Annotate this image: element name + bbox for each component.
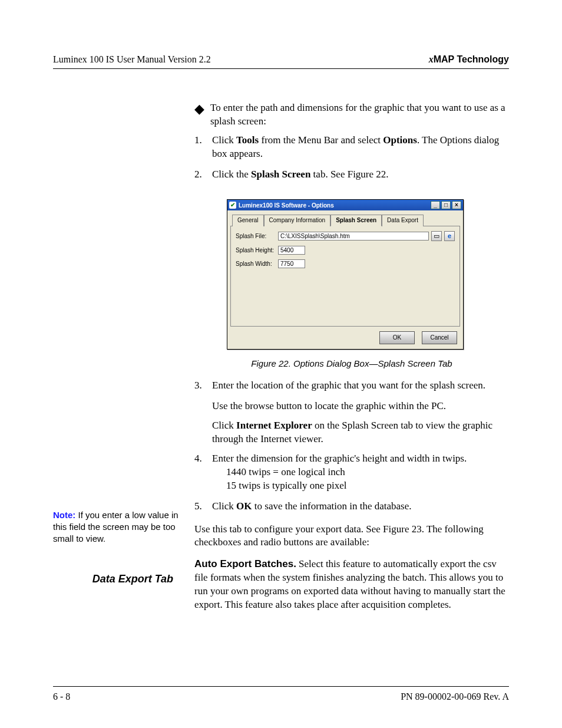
header-right: xMAP Technology	[429, 53, 509, 66]
page-header: Luminex 100 IS User Manual Version 2.2 x…	[53, 53, 509, 69]
auto-export-batches-paragraph: Auto Export Batches. Select this feature…	[194, 558, 509, 612]
tab-company-information[interactable]: Company Information	[264, 215, 331, 226]
auto-export-runin: Auto Export Batches.	[194, 558, 296, 569]
close-button[interactable]: ×	[452, 201, 461, 209]
tab-data-export[interactable]: Data Export	[382, 215, 424, 226]
header-brand: MAP Technology	[434, 54, 509, 64]
dialog-tab-panel: Splash File: ▭ e Splash Height: Splash W…	[230, 226, 460, 327]
splash-height-input[interactable]	[278, 246, 305, 255]
minimize-button[interactable]: _	[431, 201, 440, 209]
step-number-2: 2.	[194, 168, 212, 182]
tab-general[interactable]: General	[232, 215, 264, 226]
step-number-5: 5.	[194, 500, 212, 513]
figure-caption: Figure 22. Options Dialog Box—Splash Scr…	[194, 358, 509, 370]
dialog-title: Luminex100 IS Software - Options	[239, 202, 334, 210]
folder-icon: ▭	[434, 233, 439, 239]
page-footer: 6 - 8 PN 89-00002-00-069 Rev. A	[53, 686, 509, 703]
footer-part-number: PN 89-00002-00-069 Rev. A	[401, 690, 509, 703]
label-splash-height: Splash Height:	[236, 246, 276, 255]
step-3-p2: Use the browse button to locate the grap…	[212, 400, 509, 413]
options-dialog: ✔ Luminex100 IS Software - Options _ □ ×…	[227, 199, 464, 350]
step-1-body: Click Tools from the Menu Bar and select…	[212, 134, 509, 161]
browse-button[interactable]: ▭	[431, 231, 442, 241]
dialog-tabs: General Company Information Splash Scree…	[227, 210, 463, 226]
label-splash-width: Splash Width:	[236, 260, 276, 268]
maximize-button[interactable]: □	[441, 201, 451, 209]
header-left: Luminex 100 IS User Manual Version 2.2	[53, 53, 211, 66]
step-3-p3: Click Internet Explorer on the Splash Sc…	[212, 419, 509, 446]
step-number-4: 4.	[194, 452, 212, 493]
step-4-sub2: 15 twips is typically one pixel	[226, 479, 509, 493]
label-splash-file: Splash File:	[236, 232, 276, 241]
footer-page-number: 6 - 8	[53, 690, 70, 703]
splash-width-input[interactable]	[278, 259, 305, 268]
note-label: Note:	[53, 510, 75, 520]
note-block: Note: If you enter a low value in this f…	[53, 509, 184, 545]
step-number-1: 1.	[194, 134, 212, 161]
step-5-body: Click OK to save the information in the …	[212, 500, 509, 513]
bullet-diamond-icon: ◆	[194, 103, 204, 129]
cancel-button[interactable]: Cancel	[422, 331, 457, 344]
tab-splash-screen[interactable]: Splash Screen	[330, 215, 382, 226]
app-icon: ✔	[229, 202, 236, 209]
dialog-title-bar: ✔ Luminex100 IS Software - Options _ □ ×	[227, 200, 463, 210]
ok-button[interactable]: OK	[379, 331, 415, 344]
header-x: x	[429, 54, 434, 64]
intro-text: To enter the path and dimensions for the…	[210, 101, 509, 129]
step-2-body: Click the Splash Screen tab. See Figure …	[212, 168, 509, 182]
splash-file-input[interactable]	[278, 232, 429, 241]
step-4-sub1: 1440 twips = one logical inch	[226, 466, 509, 479]
step-4-body: Enter the dimension for the graphic's he…	[212, 452, 509, 493]
section-heading-data-export: Data Export Tab	[53, 572, 184, 586]
step-number-3: 3.	[194, 379, 212, 393]
data-export-intro: Use this tab to configure your export da…	[194, 523, 509, 550]
dialog-button-bar: OK Cancel	[227, 327, 463, 349]
ie-icon: e	[448, 233, 451, 239]
step-3-body: Enter the location of the graphic that y…	[212, 379, 509, 393]
internet-explorer-button[interactable]: e	[444, 231, 455, 241]
